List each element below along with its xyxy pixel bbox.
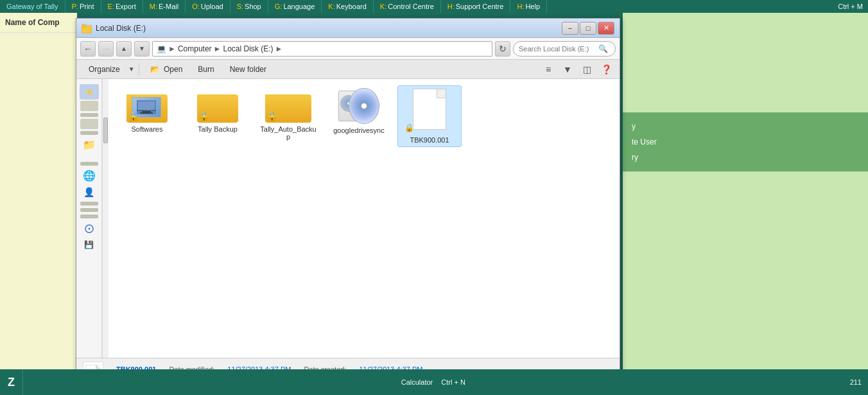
toolbar-separator-1 [139,63,139,76]
info-line-3: ry [632,150,859,165]
path-computer-label: Computer [178,44,212,53]
file-item-softwares[interactable]: 🔒 Softwares [115,85,179,147]
tbk900-label: TBK900.001 [410,136,449,144]
refresh-button[interactable]: ↻ [495,41,510,57]
organize-button[interactable]: Organize [82,62,127,76]
view-toggle-button[interactable]: ≡ [540,62,557,76]
recent-button[interactable]: ▼ [134,41,150,57]
nav-divider-6 [80,215,98,218]
organize-dropdown-icon[interactable]: ▼ [128,66,135,73]
tally-auto-folder-icon: 🔒 [265,88,311,123]
lock-icon-tally-auto: 🔒 [266,111,277,121]
menu-item-gateway: Gateway of Tally [0,0,65,13]
menu-item-print[interactable]: P: Print [65,0,101,13]
tally-left-panel: Name of Comp [0,13,77,369]
file-item-tally-backup[interactable]: 🔒 Tally Backup [186,85,250,147]
calculator-label: Calculator Ctrl + N [395,377,472,387]
explorer-body: ★ 📁 🌐 👤 ⨀ 💾 [76,79,620,358]
toolbar-right: ≡ ▼ ◫ ❓ [540,62,614,76]
info-line-1: y [632,119,859,134]
lock-icon-tally-backup: 🔒 [198,111,209,121]
menu-item-email[interactable]: M: E-Mail [143,0,186,13]
new-folder-button[interactable]: New folder [223,62,273,76]
svg-rect-3 [138,101,155,110]
window-controls: − □ ✕ [562,22,614,35]
toolbar: Organize ▼ 📂 Open Burn New folder ≡ ▼ ◫ … [76,60,620,79]
company-name: Name of Comp [0,13,77,33]
bottom-bar: Z Calculator Ctrl + N 211 [0,369,868,395]
back-button[interactable]: ← [80,41,96,57]
address-path[interactable]: 💻 ► Computer ► Local Disk (E:) ► [152,41,492,57]
nav-person-icon[interactable]: 👤 [80,184,99,200]
maximize-button[interactable]: □ [580,22,596,35]
menu-item-keyboard[interactable]: K: Keyboard [322,0,374,13]
file-item-tally-auto[interactable]: 🔒 Tally_Auto_Backup [256,85,320,147]
svg-rect-1 [82,24,86,27]
minimize-button[interactable]: − [562,22,578,35]
tally-auto-label: Tally_Auto_Backup [260,125,316,141]
menu-item-help[interactable]: H: Help [510,0,547,13]
path-localdisk: Local Disk (E:) [223,44,273,53]
folder-title-icon [82,23,92,33]
nav-windows-icon[interactable]: ⨀ [80,220,99,236]
info-line-2: te User [632,134,859,150]
view-dropdown-button[interactable]: ▼ [559,62,576,76]
softwares-folder-icon: 🔒 [126,88,168,123]
tally-right-panel: y te User ry [623,13,868,369]
help-button[interactable]: ❓ [598,62,614,76]
gdrive-label: googledrivesync [333,127,385,134]
search-box[interactable]: 🔍 [513,41,616,57]
nav-network-icon[interactable]: 🌐 [80,168,99,183]
calculator-text: Calculator [401,378,433,386]
nav-icon-small[interactable]: 💾 [80,237,99,252]
scrollbar-thumb[interactable] [103,118,108,143]
search-input[interactable] [519,45,596,53]
nav-divider-1 [80,113,98,117]
search-icon: 🔍 [598,44,608,53]
menu-item-export[interactable]: E: Export [101,0,143,13]
file-item-gdrive[interactable]: googledrivesync [327,85,391,147]
bottom-z: Z [0,369,23,395]
bottom-z-num: 211 [844,377,868,387]
open-folder-icon: 📂 [150,65,160,74]
close-button[interactable]: ✕ [598,22,614,35]
svg-rect-6 [140,112,153,114]
nav-divider-5 [80,208,98,212]
lock-icon-tbk: 🔒 [404,123,414,132]
left-nav-scrollbar[interactable] [102,79,108,358]
preview-button[interactable]: ◫ [578,62,595,76]
up-button[interactable]: ▲ [116,41,132,57]
tally-info-panel: y te User ry [623,112,868,171]
doc-fold [437,89,446,98]
burn-button[interactable]: Burn [191,62,221,76]
nav-favorites-icon[interactable]: ★ [80,84,99,100]
menu-item-shop[interactable]: S: Shop [230,0,268,13]
menu-item-language[interactable]: G: Language [268,0,322,13]
nav-divider-3 [80,162,98,166]
calculator-shortcut: Ctrl + N [441,378,465,386]
top-menu-bar: Gateway of Tally P: Print E: Export M: E… [0,0,868,13]
softwares-label: Softwares [132,125,163,133]
open-button[interactable]: 📂 Open [143,62,190,76]
nav-folder-icon[interactable]: 📁 [80,137,99,152]
nav-divider-4 [80,202,98,206]
menu-item-control[interactable]: K: Control Centre [374,0,441,13]
gdrive-icon-wrap [338,88,379,124]
title-bar: Local Disk (E:) − □ ✕ [76,19,620,38]
tbk900-doc-icon [413,89,446,130]
file-item-tbk900[interactable]: 🔒 TBK900.001 [397,85,462,147]
cd-hole [361,103,367,109]
nav-icon-2[interactable] [80,101,98,111]
left-nav-panel: ★ 📁 🌐 👤 ⨀ 💾 [76,79,102,358]
menu-right: Ctrl + M [833,1,868,12]
menu-item-support[interactable]: H: Support Centre [441,0,511,13]
forward-button[interactable]: → [98,41,114,57]
file-area: 🔒 Softwares 🔒 Tally Backup [108,79,620,358]
tally-backup-label: Tally Backup [198,125,238,133]
menu-item-upload[interactable]: O: Upload [186,0,230,13]
address-bar: ← → ▲ ▼ 💻 ► Computer ► Local Disk (E:) ►… [76,38,620,60]
tally-backup-folder-icon: 🔒 [197,88,238,123]
open-label: Open [164,65,182,74]
explorer-window: Local Disk (E:) − □ ✕ ← → ▲ ▼ 💻 ► Comput… [76,18,620,391]
nav-icon-3[interactable] [80,119,98,129]
